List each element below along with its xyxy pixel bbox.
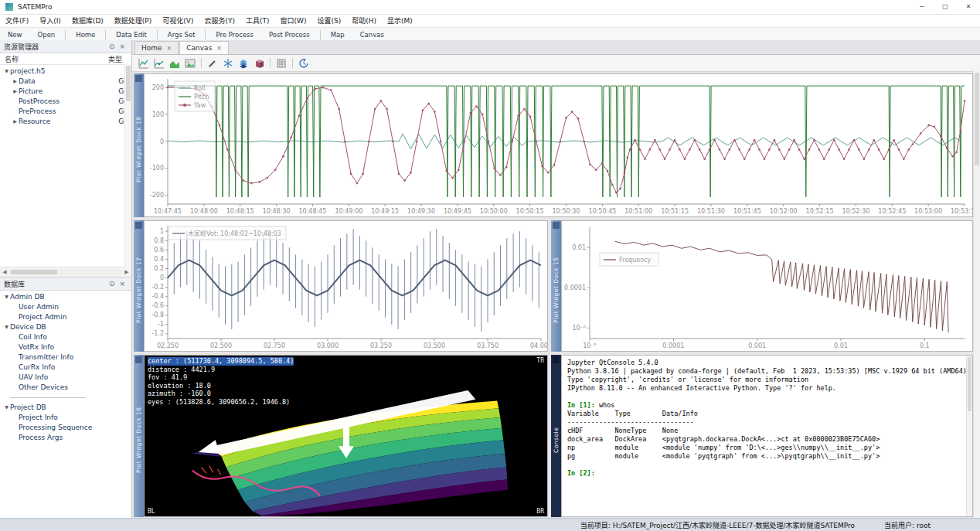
scatter-3d-icon[interactable] [221, 56, 235, 70]
tab-label: Home [141, 44, 162, 52]
menu-item[interactable]: 帮助(H) [346, 15, 382, 27]
tree-item[interactable]: Coil Info [0, 332, 131, 342]
close-panel-icon[interactable]: × [117, 43, 128, 50]
tree-item[interactable]: PostProcessGr [0, 96, 131, 106]
tree-item[interactable]: Other Devices [0, 382, 131, 392]
app-window: SATEMPro ─ ▢ ✕ 文件(F)导入(I)数据库(D)数据处理(P)可视… [0, 0, 980, 531]
minimize-button[interactable]: ─ [910, 0, 934, 14]
chevron-down-icon[interactable]: ▼ [3, 294, 10, 299]
svg-text:10:48:30: 10:48:30 [263, 208, 291, 215]
pin-icon[interactable]: ⊙ [107, 43, 117, 50]
volume-3d-icon[interactable] [252, 56, 266, 70]
database-header[interactable]: 数据库 ⊙ × [0, 277, 131, 291]
image-export-icon[interactable] [183, 56, 197, 70]
tab-bar: Home×Canvas× [132, 40, 980, 55]
vot-plot[interactable]: 02.25002.50002.75003.00003.25003.50003.7… [145, 221, 547, 351]
console[interactable]: Jupyter QtConsole 5.4.0Python 3.8.16 | p… [562, 356, 972, 481]
database-title: 数据库 [4, 279, 25, 289]
menu-item[interactable]: 文件(F) [0, 15, 34, 27]
explorer-header[interactable]: 资源管理器 ⊙ × [0, 40, 131, 53]
layers-icon[interactable] [236, 56, 250, 70]
dock-handle-icon [553, 222, 560, 229]
frequency-plot[interactable]: 10⁻⁵0.00010.0010.010.10.010.000110⁻⁶Freq… [562, 221, 972, 351]
tree-item[interactable]: Process Args [0, 432, 131, 442]
scroll-right-icon[interactable]: ▶ [122, 269, 131, 275]
svg-text:10:49:45: 10:49:45 [444, 208, 471, 215]
svg-text:10:50:30: 10:50:30 [553, 208, 580, 215]
chevron-down-icon[interactable]: ▼ [3, 324, 10, 329]
explorer-vscrollbar[interactable] [124, 64, 131, 267]
tree-item[interactable]: ▶ResourceGr [0, 116, 131, 126]
window-title: SATEMPro [18, 3, 910, 11]
history-icon[interactable] [297, 56, 311, 70]
tree-item[interactable]: Transmitter Info [0, 352, 131, 362]
tree-item[interactable]: UAV Info [0, 372, 131, 382]
tree-item[interactable]: ▼Project DB [0, 402, 131, 412]
svg-text:10:52:15: 10:52:15 [806, 208, 834, 215]
dock-title-surface3d[interactable]: Plot Widget Dock 16 [134, 355, 144, 517]
close-panel-icon[interactable]: × [117, 280, 128, 288]
toolbar-separator [270, 58, 271, 68]
dock-handle-icon [135, 356, 142, 363]
attitude-plot[interactable]: 10:47:4510:48:0010:48:1510:48:3010:48:45… [145, 74, 972, 216]
tab-close-icon[interactable]: × [167, 45, 172, 52]
area-plot-icon[interactable] [168, 56, 182, 70]
console-line: dock_area DockArea <pyqtgraph.dockarea.D… [567, 435, 967, 444]
menu-item[interactable]: 数据处理(P) [109, 15, 157, 27]
tab-home[interactable]: Home× [134, 41, 179, 54]
chevron-down-icon[interactable]: ▼ [3, 68, 10, 73]
tree-item[interactable]: ▼Device DB [0, 322, 131, 332]
curve-plot-icon[interactable] [152, 56, 166, 70]
tree-item[interactable]: PreProcessGr [0, 106, 131, 116]
menu-item[interactable]: 窗口(W) [275, 15, 312, 27]
chevron-right-icon[interactable]: ▶ [12, 88, 19, 94]
dock-title-frequency[interactable]: Plot Widget Dock 15 [551, 220, 561, 352]
chevron-right-icon[interactable]: ▶ [12, 118, 19, 124]
scroll-left-icon[interactable]: ◀ [0, 269, 9, 275]
svg-text:-0.2: -0.2 [151, 284, 164, 291]
menu-item[interactable]: 数据库(D) [66, 15, 109, 27]
svg-text:03.000: 03.000 [317, 342, 339, 349]
tree-item[interactable]: ▼Admin DB [0, 291, 131, 301]
chevron-right-icon[interactable]: ▶ [12, 78, 19, 83]
console-line: cHDF NoneType None [567, 427, 967, 435]
tree-item-label: Project Info [19, 414, 58, 421]
surface-3d-view[interactable]: center : (511730.4, 3098094.5, 580.4)dis… [145, 356, 547, 516]
menu-item[interactable]: 工具(T) [240, 15, 275, 27]
tree-item[interactable]: CurRx Info [0, 362, 131, 372]
console-scrollbar[interactable] [966, 356, 972, 516]
menu-item[interactable]: 设置(S) [311, 15, 346, 27]
tab-close-icon[interactable]: × [216, 45, 222, 52]
toolbar-separator [105, 30, 106, 39]
pin-icon[interactable]: ⊙ [107, 280, 117, 288]
chevron-down-icon[interactable]: ▼ [3, 404, 10, 410]
main-vscrollbar[interactable] [973, 71, 980, 519]
dock-title-attitude[interactable]: Plot Widget Dock 18 [134, 73, 144, 217]
dock-title-console[interactable]: Console [551, 355, 561, 517]
dock-vot: Plot Widget Dock 17 02.25002.50002.75003… [134, 220, 548, 352]
tree-item[interactable]: ▶PictureGr [0, 86, 131, 96]
menu-item[interactable]: 显示(M) [382, 15, 418, 27]
menu-item[interactable]: 云服务(Y) [199, 15, 240, 27]
tree-item-label: project.h5 [10, 67, 46, 75]
dock-title-vot[interactable]: Plot Widget Dock 17 [134, 220, 144, 352]
menu-item[interactable]: 可视化(V) [157, 15, 199, 27]
tree-item[interactable]: Project Info [0, 412, 131, 422]
tree-item[interactable]: ▼project.h5/ [0, 66, 131, 76]
tree-item[interactable]: ▶DataGr [0, 76, 131, 86]
tree-separator[interactable]: ------------------------------ [0, 392, 131, 402]
tree-item[interactable]: VotRx Info [0, 342, 131, 352]
close-button[interactable]: ✕ [957, 0, 980, 14]
tree-item[interactable]: Processing Sequence [0, 422, 131, 432]
line-plot-icon[interactable] [137, 56, 151, 70]
pen-icon[interactable] [206, 56, 219, 70]
explorer-hscrollbar[interactable]: ◀ ▶ [0, 267, 131, 277]
tree-item[interactable]: User Admin [0, 301, 131, 311]
tree-item[interactable]: Project Admin [0, 311, 131, 322]
title-bar[interactable]: SATEMPro ─ ▢ ✕ [0, 0, 980, 15]
grid-3d-icon[interactable] [274, 56, 288, 70]
maximize-button[interactable]: ▢ [934, 0, 957, 14]
svg-text:10:52:30: 10:52:30 [842, 208, 869, 215]
tab-canvas[interactable]: Canvas× [179, 41, 229, 54]
menu-item[interactable]: 导入(I) [34, 15, 66, 27]
